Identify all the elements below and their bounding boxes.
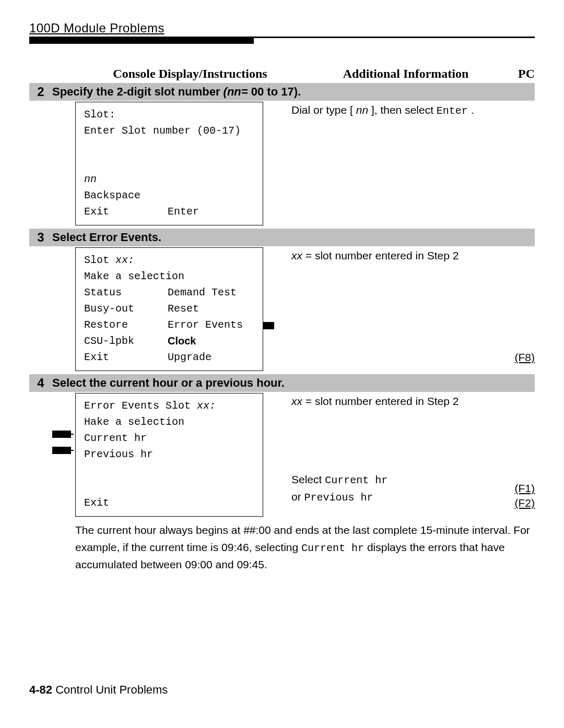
- explanatory-paragraph: The current hour always begins at ##:00 …: [75, 522, 535, 573]
- info-text: or: [291, 491, 304, 503]
- step-number: 3: [29, 230, 52, 245]
- console-line: Error Events: [168, 317, 243, 333]
- info-text: Select: [291, 473, 325, 485]
- pc-shortcut-f1[interactable]: (F1): [515, 482, 535, 495]
- console-line: Previous hr: [84, 446, 254, 462]
- step-title: Select the current hour or a previous ho…: [52, 376, 285, 390]
- info-text: xx: [291, 395, 302, 407]
- console-line: Reset: [168, 301, 199, 317]
- pc-shortcut-f2[interactable]: (F2): [515, 497, 535, 509]
- console-line: Slot: [84, 252, 115, 268]
- console-line: Busy-out: [84, 301, 168, 317]
- step-bar-4: 4 Select the current hour or a previous …: [29, 374, 535, 392]
- console-line: Error Events Slot: [84, 398, 197, 414]
- info-text: xx: [291, 249, 302, 261]
- console-line: Backspace: [84, 187, 254, 204]
- console-line: Status: [84, 284, 168, 301]
- console-line: xx:: [197, 398, 216, 414]
- console-line: Clock: [168, 333, 196, 349]
- console-line: Exit: [84, 495, 254, 511]
- console-line: Exit: [84, 349, 168, 365]
- console-box-step2: Slot: Enter Slot number (00-17) nn Backs…: [75, 102, 263, 225]
- step-bar-2: 2 Specify the 2-digit slot number (nn= 0…: [29, 83, 535, 101]
- current-hr-indicator: [52, 431, 71, 438]
- step-bar-3: 3 Select Error Events.: [29, 229, 535, 246]
- info-text: Enter: [437, 105, 468, 117]
- running-head: 100D Module Problems: [29, 21, 535, 35]
- additional-info-step2: Dial or type [ nn ], then select Enter .: [263, 102, 498, 225]
- previous-hr-indicator: [52, 447, 71, 454]
- footer-section: Control Unit Problems: [55, 683, 168, 696]
- console-box-step3: Slot xx: Make a selection Status Demand …: [75, 247, 263, 371]
- console-line: CSU-lpbk: [84, 333, 168, 349]
- step-title: Specify the 2-digit slot number (nn= 00 …: [52, 85, 301, 99]
- step2-title-a: Specify the 2-digit slot number: [52, 85, 224, 98]
- console-line: Exit: [84, 204, 168, 220]
- info-text: = slot number entered in Step 2: [306, 395, 459, 407]
- pc-shortcut-f8[interactable]: (F8): [515, 351, 535, 364]
- info-text: = slot number entered in Step 2: [306, 249, 459, 261]
- step-title: Select Error Events.: [52, 231, 161, 244]
- console-line: Demand Test: [168, 284, 237, 301]
- heading-additional: Additional Information: [308, 67, 503, 81]
- step2-title-b: 00 to 17).: [251, 85, 301, 98]
- additional-info-step4: xx = slot number entered in Step 2 Selec…: [263, 393, 498, 517]
- column-headings: Console Display/Instructions Additional …: [29, 67, 535, 81]
- console-line: Make a selection: [84, 268, 254, 284]
- step-number: 4: [29, 376, 52, 390]
- console-line: xx:: [115, 252, 134, 268]
- step-number: 2: [29, 85, 52, 99]
- console-line: Current hr: [84, 430, 254, 446]
- console-line: Slot:: [84, 106, 254, 123]
- console-line: Enter: [168, 204, 199, 220]
- console-box-step4: Error Events Slot xx: Hake a selection C…: [75, 393, 263, 517]
- paragraph-text: Current hr: [301, 542, 364, 554]
- console-line: Upgrade: [168, 349, 212, 365]
- info-text: Dial or type [: [291, 104, 356, 116]
- footer-page-number: 4-82: [29, 683, 55, 696]
- heading-pc: PC: [503, 67, 535, 81]
- console-line: Hake a selection: [84, 414, 254, 430]
- page-footer: 4-82 Control Unit Problems: [29, 652, 535, 697]
- info-text: Previous hr: [304, 492, 373, 504]
- console-line: nn: [84, 171, 254, 187]
- info-text: Current hr: [325, 474, 387, 486]
- header-rule: [29, 37, 535, 46]
- info-text: nn: [356, 104, 368, 116]
- additional-info-step3: xx = slot number entered in Step 2: [263, 247, 498, 371]
- info-text: .: [471, 104, 474, 116]
- step2-title-param: (nn=: [224, 85, 248, 98]
- heading-console: Console Display/Instructions: [72, 67, 308, 81]
- console-line: Restore: [84, 317, 168, 333]
- console-line: Enter Slot number (00-17): [84, 123, 254, 139]
- info-text: ], then select: [371, 104, 437, 116]
